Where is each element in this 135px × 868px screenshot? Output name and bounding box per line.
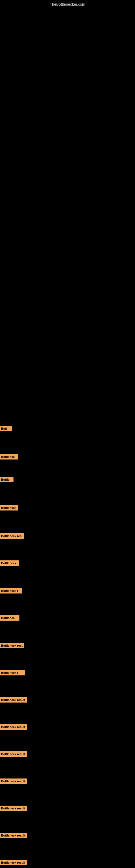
bottleneck-item-15: Bottleneck result xyxy=(0,806,135,812)
bottleneck-item-11: Bottleneck result xyxy=(0,697,135,704)
chart-area xyxy=(0,8,135,409)
bottleneck-item-12: Bottleneck result xyxy=(0,724,135,731)
bottleneck-item-7: Bottleneck r xyxy=(0,588,135,595)
bottleneck-label-4: Bottleneck xyxy=(0,505,18,510)
bottleneck-item-1: Bott xyxy=(0,426,135,432)
bottleneck-label-7: Bottleneck r xyxy=(0,588,22,593)
bottleneck-item-13: Bottleneck result xyxy=(0,751,135,758)
bottleneck-item-14: Bottleneck result xyxy=(0,778,135,785)
bottleneck-label-15: Bottleneck result xyxy=(0,806,27,811)
bottleneck-label-9: Bottleneck resu xyxy=(0,643,24,648)
bottleneck-item-2: Bottlenec xyxy=(0,454,135,461)
bottleneck-label-16: Bottleneck result xyxy=(0,833,27,838)
bottleneck-item-3: Bottle xyxy=(0,477,135,484)
bottleneck-item-9: Bottleneck resu xyxy=(0,643,135,649)
bottleneck-label-5: Bottleneck res xyxy=(0,533,24,539)
bottleneck-item-16: Bottleneck result xyxy=(0,833,135,839)
bottleneck-label-8: Bottlenec xyxy=(0,615,19,621)
site-title: TheBottlenecker.com xyxy=(0,0,135,8)
bottleneck-label-3: Bottle xyxy=(0,477,13,482)
bottleneck-label-12: Bottleneck result xyxy=(0,724,27,730)
bottleneck-label-11: Bottleneck result xyxy=(0,697,27,703)
bottleneck-label-13: Bottleneck result xyxy=(0,751,27,757)
bottleneck-label-1: Bott xyxy=(0,426,12,431)
bottleneck-item-5: Bottleneck res xyxy=(0,533,135,540)
bottleneck-item-4: Bottleneck xyxy=(0,505,135,512)
site-title-container: TheBottlenecker.com xyxy=(0,0,135,8)
bottleneck-labels-container: BottBottlenecBottleBottleneckBottleneck … xyxy=(0,407,135,868)
bottleneck-label-10: Bottleneck r xyxy=(0,670,25,675)
bottleneck-item-10: Bottleneck r xyxy=(0,670,135,677)
bottleneck-label-17: Bottleneck result xyxy=(0,860,27,865)
bottleneck-label-14: Bottleneck result xyxy=(0,778,27,784)
bottleneck-item-17: Bottleneck result xyxy=(0,860,135,866)
bottleneck-label-6: Bottleneck xyxy=(0,560,19,566)
bottleneck-label-2: Bottlenec xyxy=(0,454,18,460)
bottleneck-item-6: Bottleneck xyxy=(0,560,135,567)
bottleneck-item-8: Bottlenec xyxy=(0,615,135,622)
